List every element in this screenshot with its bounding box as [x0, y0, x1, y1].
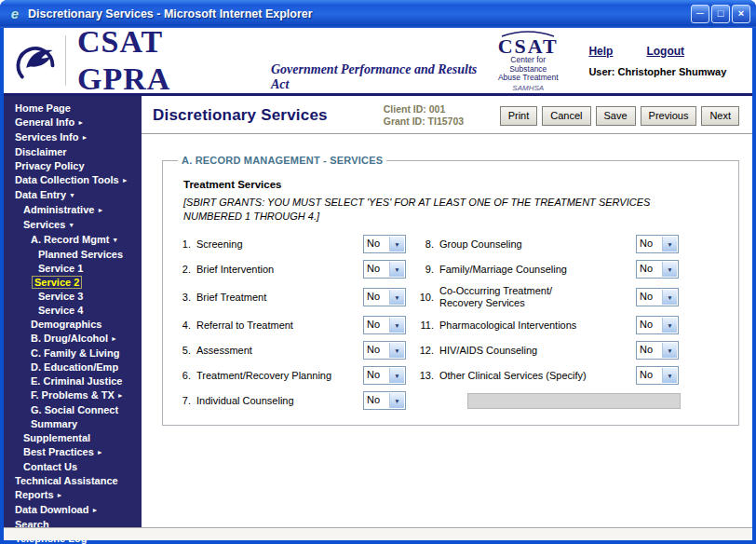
- family-marriage-counseling-select[interactable]: No▼: [636, 260, 679, 279]
- sidebar-item-service-3[interactable]: Service 3: [4, 290, 142, 304]
- sidebar-item-administrative[interactable]: Administrative►: [4, 203, 142, 218]
- sidebar-item-demographics[interactable]: Demographics: [4, 318, 142, 332]
- sidebar-item-service-2[interactable]: Service 2: [4, 276, 142, 290]
- brand: CSAT GPRA Government Performance and Res…: [77, 23, 492, 98]
- sidebar-nav: Home PageGeneral Info►Services Info►Disc…: [4, 96, 142, 527]
- service-label: Individual Counseling: [193, 395, 363, 407]
- main-header: Discretionary Services Client ID: 001 Gr…: [142, 98, 752, 134]
- brief-intervention-select[interactable]: No▼: [363, 260, 406, 279]
- sidebar-item-label: General Info: [11, 116, 74, 128]
- grant-id: Grant ID: TI15703: [384, 116, 464, 128]
- window-title: Discretionary Services - Microsoft Inter…: [28, 7, 691, 20]
- screening-select[interactable]: No▼: [363, 235, 406, 253]
- sidebar-item-disclaimer[interactable]: Disclaimer: [4, 145, 142, 159]
- sidebar-item-reports[interactable]: Reports►: [4, 488, 142, 503]
- brand-tagline: Government Performance and Results Act: [271, 62, 492, 92]
- specify-field-holder: [436, 393, 681, 409]
- select-value: No: [364, 367, 388, 384]
- previous-button[interactable]: Previous: [641, 106, 697, 126]
- sidebar-item-label: B. Drug/Alcohol: [27, 333, 108, 344]
- sidebar-item-privacy-policy[interactable]: Privacy Policy: [4, 159, 142, 173]
- sidebar-item-contact-us[interactable]: Contact Us: [4, 460, 142, 474]
- header-divider: [65, 35, 66, 86]
- chevron-right-icon: ►: [77, 119, 84, 126]
- print-button[interactable]: Print: [500, 106, 538, 126]
- sidebar-item-label: Data Collection Tools: [11, 174, 119, 185]
- service-number: 11.: [415, 320, 436, 331]
- user-label: User: Christopher Shumway: [588, 66, 741, 77]
- service-label: Co-Occurring Treatment/ Recovery Service…: [436, 285, 636, 309]
- group-counseling-select[interactable]: No▼: [636, 235, 679, 253]
- logout-link[interactable]: Logout: [646, 45, 684, 58]
- sidebar-item-label: F. Problems & TX: [27, 389, 115, 401]
- sbirt-note: [SBIRT GRANTS: YOU MUST SELECT 'YES' FOR…: [183, 196, 705, 224]
- sidebar-item-f-problems-tx[interactable]: F. Problems & TX►: [4, 388, 142, 403]
- section-subtitle: Treatment Services: [183, 179, 727, 190]
- maximize-button[interactable]: □: [711, 5, 730, 23]
- sidebar-item-service-1[interactable]: Service 1: [4, 262, 142, 276]
- brief-treatment-select[interactable]: No▼: [363, 288, 406, 306]
- sidebar-item-label: Home Page: [11, 102, 71, 114]
- sidebar-item-data-collection-tools[interactable]: Data Collection Tools►: [4, 173, 142, 188]
- sidebar-item-supplemental[interactable]: Supplemental: [4, 431, 142, 445]
- service-number: 10.: [415, 292, 436, 303]
- main-content: Discretionary Services Client ID: 001 Gr…: [142, 96, 752, 527]
- chevron-down-icon: ▼: [389, 393, 404, 408]
- services-grid: 1.ScreeningNo▼8.Group CounselingNo▼2.Bri…: [174, 235, 727, 410]
- next-button[interactable]: Next: [701, 106, 739, 126]
- hiv-aids-counseling-select[interactable]: No▼: [636, 341, 679, 360]
- app-header: CSAT GPRA Government Performance and Res…: [4, 28, 752, 96]
- sidebar-item-label: C. Family & Living: [27, 347, 119, 359]
- content-area: Home PageGeneral Info►Services Info►Disc…: [4, 96, 752, 527]
- sidebar-item-data-download[interactable]: Data Download►: [4, 503, 142, 518]
- section-legend: A. RECORD MANAGEMENT - SERVICES: [178, 155, 386, 166]
- chevron-down-icon: ▼: [389, 343, 404, 358]
- save-button[interactable]: Save: [596, 106, 636, 126]
- assessment-select[interactable]: No▼: [363, 341, 406, 360]
- sidebar-item-e-criminal-justice[interactable]: E. Criminal Justice: [4, 374, 142, 388]
- ie-icon: e: [7, 7, 22, 21]
- close-button[interactable]: ×: [732, 5, 750, 23]
- co-occurring-treatment-recovery-services-select[interactable]: No▼: [636, 288, 679, 306]
- sidebar-item-general-info[interactable]: General Info►: [4, 116, 142, 130]
- sidebar-item-services[interactable]: Services▼: [4, 218, 142, 233]
- csat-logo: CSAT Center for Substance Abuse Treatmen…: [492, 28, 564, 93]
- sidebar-item-b-drug-alcohol[interactable]: B. Drug/Alcohol►: [4, 332, 142, 347]
- sidebar-item-service-4[interactable]: Service 4: [4, 304, 142, 318]
- chevron-right-icon: ►: [57, 492, 63, 498]
- sidebar-item-summary[interactable]: Summary: [4, 417, 142, 431]
- service-number: 5.: [174, 345, 193, 356]
- sidebar-item-services-info[interactable]: Services Info►: [4, 130, 142, 145]
- sidebar-item-best-practices[interactable]: Best Practices►: [4, 445, 142, 460]
- select-value: No: [637, 289, 661, 306]
- service-number: 9.: [415, 264, 436, 275]
- window-body: CSAT GPRA Government Performance and Res…: [4, 28, 752, 540]
- sidebar-item-technical-assistance[interactable]: Technical Assistance: [4, 474, 142, 488]
- chevron-down-icon: ▼: [662, 368, 677, 383]
- sidebar-item-d-education-emp[interactable]: D. Education/Emp: [4, 360, 142, 374]
- chevron-down-icon: ▼: [389, 237, 404, 252]
- chevron-right-icon: ►: [81, 134, 88, 141]
- select-value: No: [364, 236, 388, 252]
- individual-counseling-select[interactable]: No▼: [363, 391, 406, 410]
- other-clinical-services-specify-select[interactable]: No▼: [636, 366, 679, 385]
- sidebar-item-label: Supplemental: [20, 432, 90, 443]
- minimize-button[interactable]: ─: [691, 5, 709, 23]
- sidebar-item-data-entry[interactable]: Data Entry▼: [4, 188, 142, 203]
- sidebar-item-home-page[interactable]: Home Page: [4, 102, 142, 116]
- treatment-recovery-planning-select[interactable]: No▼: [363, 366, 406, 385]
- referral-to-treatment-select[interactable]: No▼: [363, 316, 406, 334]
- sidebar-item-planned-services[interactable]: Planned Services: [4, 248, 142, 262]
- select-value: No: [637, 317, 661, 333]
- pharmacological-interventions-select[interactable]: No▼: [636, 316, 679, 334]
- record-ids: Client ID: 001 Grant ID: TI15703: [384, 103, 464, 128]
- cancel-button[interactable]: Cancel: [542, 106, 590, 126]
- chevron-right-icon: ►: [117, 392, 124, 399]
- sidebar-item-a-record-mgmt[interactable]: A. Record Mgmt▼: [4, 233, 142, 248]
- record-management-section: A. RECORD MANAGEMENT - SERVICES Treatmen…: [162, 155, 739, 426]
- select-value: No: [637, 261, 661, 278]
- help-link[interactable]: Help: [588, 45, 613, 58]
- service-label: Treatment/Recovery Planning: [193, 370, 363, 382]
- sidebar-item-c-family-living[interactable]: C. Family & Living: [4, 347, 142, 360]
- sidebar-item-g-social-connect[interactable]: G. Social Connect: [4, 403, 142, 417]
